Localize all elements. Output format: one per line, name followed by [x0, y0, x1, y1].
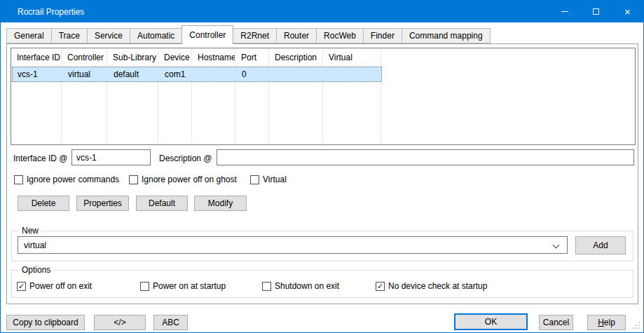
interface-id-label: Interface ID @ — [13, 154, 68, 163]
check-icon: ✓ — [377, 283, 383, 290]
copy-to-clipboard-button[interactable]: Copy to clipboard — [6, 315, 85, 330]
xml-code-button[interactable]: </> — [94, 315, 146, 330]
minimize-button[interactable] — [549, 1, 580, 22]
column-header-hostname[interactable]: Hostname — [192, 48, 235, 144]
checkbox-box — [129, 175, 138, 184]
maximize-button[interactable] — [580, 1, 612, 22]
row-checkboxes: Ignore power commandsIgnore power off on… — [7, 175, 638, 186]
checkbox-box — [14, 175, 23, 184]
interface-id-input[interactable] — [71, 149, 151, 165]
checkbox-box — [262, 282, 271, 291]
table-cell: com1 — [159, 69, 193, 79]
action-buttons: DeletePropertiesDefaultModify — [7, 196, 638, 211]
tab-trace[interactable]: Trace — [51, 28, 88, 43]
tab-service[interactable]: Service — [87, 28, 130, 43]
modify-button[interactable]: Modify — [194, 196, 247, 211]
tab-rocweb[interactable]: RocWeb — [316, 28, 364, 43]
options-group: Options ✓Power off on exitPower on at st… — [11, 270, 633, 298]
controller-type-combobox[interactable]: virtual — [18, 236, 568, 254]
controller-tab-panel: Interface IDControllerSub-LibraryDeviceH… — [6, 43, 638, 304]
table-cell: 0 — [236, 69, 270, 79]
cancel-button[interactable]: Cancel — [539, 315, 573, 330]
checkbox-power-on-at-startup[interactable]: Power on at startup — [140, 281, 226, 291]
table-row[interactable]: vcs-1virtualdefaultcom10 — [12, 67, 382, 82]
minimize-icon — [561, 11, 568, 12]
tab-command-mapping[interactable]: Command mapping — [402, 28, 491, 43]
window-title: Rocrail Properties — [18, 7, 84, 17]
add-button[interactable]: Add — [575, 236, 626, 254]
checkbox-label: No device check at startup — [388, 281, 487, 291]
tab-automatic[interactable]: Automatic — [130, 28, 182, 43]
caption-buttons: × — [549, 1, 643, 22]
column-header-description[interactable]: Description — [269, 48, 323, 144]
tab-router[interactable]: Router — [276, 28, 317, 43]
new-group: New virtual Add — [11, 231, 633, 261]
tab-general[interactable]: General — [6, 28, 52, 43]
table-cell: virtual — [62, 69, 108, 79]
tab-bar: GeneralTraceServiceAutomaticControllerR2… — [6, 25, 491, 43]
chevron-down-icon — [553, 242, 560, 249]
titlebar[interactable]: Rocrail Properties × — [1, 1, 643, 22]
checkbox-ignore-power-commands[interactable]: Ignore power commands — [14, 175, 119, 184]
table-cell: default — [108, 69, 159, 79]
column-header-port[interactable]: Port — [235, 48, 269, 144]
new-group-title: New — [19, 226, 41, 236]
checkbox-label: Ignore power off on ghost — [142, 175, 237, 184]
close-icon: × — [624, 6, 631, 17]
checked-checkbox-box: ✓ — [376, 282, 385, 291]
maximize-icon — [593, 8, 599, 15]
checkbox-box — [250, 175, 259, 184]
description-label: Description @ — [159, 154, 212, 163]
controllers-table[interactable]: Interface IDControllerSub-LibraryDeviceH… — [11, 48, 636, 145]
close-button[interactable]: × — [612, 1, 643, 22]
column-header-controller[interactable]: Controller — [62, 48, 107, 144]
checkbox-no-device-check-at-startup[interactable]: ✓No device check at startup — [376, 281, 487, 291]
tab-finder[interactable]: Finder — [363, 28, 402, 43]
column-header-device[interactable]: Device — [158, 48, 192, 144]
help-button-label: Help — [588, 315, 625, 329]
checkbox-label: Ignore power commands — [27, 175, 119, 184]
column-header-virtual[interactable]: Virtual — [323, 48, 381, 144]
default-button[interactable]: Default — [136, 196, 188, 211]
delete-button[interactable]: Delete — [18, 196, 69, 211]
tab-controller[interactable]: Controller — [181, 25, 233, 44]
ok-button[interactable]: OK — [454, 313, 528, 330]
table-cell: vcs-1 — [12, 69, 62, 79]
checkbox-shutdown-on-exit[interactable]: Shutdown on exit — [262, 281, 339, 291]
checkbox-label: Shutdown on exit — [275, 281, 339, 291]
options-group-title: Options — [19, 265, 53, 275]
checkbox-label: Power off on exit — [29, 281, 92, 291]
combobox-value: virtual — [24, 240, 46, 250]
checkbox-box — [140, 282, 149, 291]
description-input[interactable] — [217, 149, 634, 165]
resize-grip[interactable] — [633, 322, 641, 330]
checkbox-ignore-power-off-on-ghost[interactable]: Ignore power off on ghost — [129, 175, 237, 184]
checkbox-label: Virtual — [263, 175, 287, 184]
column-header-interface-id[interactable]: Interface ID — [11, 48, 62, 144]
rocrail-properties-window: Rocrail Properties × GeneralTraceService… — [0, 0, 644, 333]
help-button[interactable]: Help — [587, 315, 626, 330]
check-icon: ✓ — [18, 283, 25, 290]
column-header-sub-library[interactable]: Sub-Library — [107, 48, 158, 144]
checkbox-label: Power on at startup — [153, 281, 226, 291]
checkbox-virtual[interactable]: Virtual — [250, 175, 287, 184]
checkbox-power-off-on-exit[interactable]: ✓Power off on exit — [17, 281, 92, 291]
tab-r2rnet[interactable]: R2Rnet — [233, 28, 277, 43]
table-columns: Interface IDControllerSub-LibraryDeviceH… — [11, 48, 381, 144]
checked-checkbox-box: ✓ — [17, 282, 26, 291]
abc-button[interactable]: ABC — [153, 315, 188, 330]
properties-button[interactable]: Properties — [76, 196, 129, 211]
